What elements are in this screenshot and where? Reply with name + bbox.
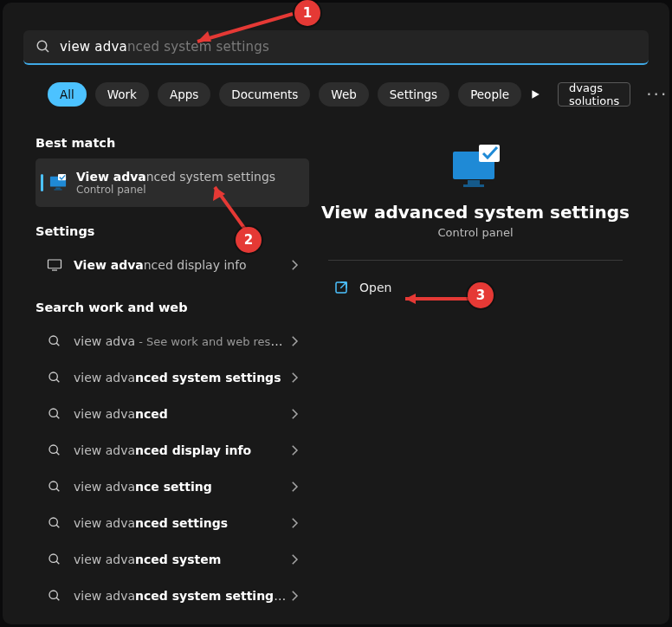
annotation-bubble-2: 2: [236, 227, 262, 253]
filter-chip-people[interactable]: People: [458, 82, 521, 107]
search-icon: [44, 443, 65, 457]
search-icon: [44, 516, 65, 530]
svg-rect-8: [48, 260, 61, 268]
search-icon: [44, 480, 65, 494]
chevron-right-icon: [287, 588, 302, 604]
filter-chip-all[interactable]: All: [48, 82, 87, 107]
monitor-icon: [48, 174, 68, 191]
filter-chip-apps[interactable]: Apps: [158, 82, 210, 107]
svg-point-18: [49, 482, 57, 489]
divider: [328, 260, 623, 261]
filter-scroll-right[interactable]: [530, 82, 540, 107]
svg-line-13: [56, 379, 59, 382]
chevron-right-icon: [287, 370, 302, 385]
app-icon-large: [449, 145, 501, 191]
detail-title: View advanced system settings: [314, 202, 636, 223]
annotation-bubble-3: 3: [468, 282, 494, 308]
open-icon: [333, 280, 349, 295]
svg-line-23: [56, 561, 59, 564]
display-icon: [44, 258, 65, 272]
svg-line-1: [45, 48, 48, 52]
search-icon: [44, 589, 65, 603]
web-result-text: view advanced system settings: [74, 371, 287, 385]
web-result[interactable]: view advanced display info: [36, 432, 309, 469]
detail-subtitle: Control panel: [314, 226, 636, 239]
web-result[interactable]: view advance setting: [36, 469, 309, 505]
svg-line-19: [56, 488, 59, 491]
filter-chip-settings[interactable]: Settings: [378, 82, 449, 107]
svg-marker-37: [405, 294, 416, 304]
annotation-arrow-3: [395, 293, 475, 305]
svg-marker-33: [197, 31, 211, 42]
web-result-text: view advanced settings: [74, 516, 287, 530]
profile-tag[interactable]: dvags solutions: [558, 82, 630, 107]
settings-header: Settings: [36, 224, 309, 238]
web-result[interactable]: view advanced settings: [36, 505, 309, 541]
svg-rect-28: [463, 184, 484, 187]
web-result-text: view advanced display info: [74, 443, 287, 457]
chevron-right-icon: [287, 406, 302, 422]
svg-line-15: [56, 416, 59, 418]
search-icon: [44, 407, 65, 421]
svg-line-17: [56, 452, 59, 455]
svg-point-22: [49, 554, 57, 562]
filter-chip-work[interactable]: Work: [95, 82, 149, 107]
chevron-right-icon: [287, 552, 302, 567]
chevron-right-icon: [287, 257, 302, 273]
svg-point-24: [49, 591, 57, 598]
search-icon: [44, 371, 65, 385]
svg-point-16: [49, 445, 57, 453]
svg-line-21: [56, 525, 59, 527]
filter-row: All Work Apps Documents Web Settings Peo…: [34, 81, 647, 108]
svg-line-31: [340, 282, 346, 288]
svg-rect-27: [468, 180, 480, 184]
web-result-text: view advanced system settings windows 11: [74, 589, 287, 603]
filter-chip-documents[interactable]: Documents: [219, 82, 310, 107]
web-result[interactable]: view advanced: [36, 396, 309, 432]
annotation-arrow-1: [182, 12, 303, 47]
annotation-bubble-1: 1: [294, 0, 320, 26]
body: Best match View advanced system settings…: [3, 119, 669, 624]
svg-rect-6: [54, 189, 61, 190]
work-web-header: Search work and web: [36, 301, 309, 314]
overflow-menu-button[interactable]: ···: [639, 82, 669, 107]
svg-line-32: [197, 14, 293, 42]
right-panel: View advanced system settings Control pa…: [314, 119, 669, 624]
svg-point-10: [49, 336, 57, 344]
svg-marker-3: [532, 90, 539, 99]
search-icon: [44, 553, 65, 566]
web-result[interactable]: view advanced system settings windows 11: [36, 578, 309, 614]
web-result[interactable]: view adva - See work and web results: [36, 323, 309, 359]
search-icon: [44, 334, 65, 348]
svg-point-20: [49, 518, 57, 526]
open-label: Open: [359, 281, 391, 294]
svg-point-0: [37, 41, 47, 50]
web-result[interactable]: view advanced system settings: [36, 359, 309, 396]
chevron-right-icon: [287, 333, 302, 349]
play-icon: [530, 89, 540, 100]
svg-line-11: [56, 343, 59, 346]
web-result-text: view advanced system: [74, 553, 287, 566]
svg-rect-5: [55, 187, 60, 189]
chevron-right-icon: [287, 515, 302, 531]
chevron-right-icon: [287, 443, 302, 458]
best-match-header: Best match: [36, 136, 309, 150]
web-result[interactable]: view advanced system: [36, 541, 309, 578]
search-typed: view adva: [60, 39, 127, 55]
search-icon: [36, 39, 51, 55]
svg-line-25: [56, 598, 59, 600]
svg-point-12: [49, 372, 57, 380]
svg-point-14: [49, 409, 57, 417]
web-result-text: view adva - See work and web results: [74, 334, 287, 348]
left-panel: Best match View advanced system settings…: [3, 119, 314, 624]
settings-result-text: View advanced display info: [74, 258, 287, 272]
chevron-right-icon: [287, 479, 302, 494]
selection-bar: [41, 174, 43, 191]
search-bar[interactable]: view advanced system settings: [23, 30, 649, 65]
web-result-text: view advance setting: [74, 480, 287, 494]
filter-chip-web[interactable]: Web: [319, 82, 368, 107]
web-result-text: view advanced: [74, 407, 287, 421]
settings-result[interactable]: View advanced display info: [36, 247, 309, 283]
best-match-result[interactable]: View advanced system settings Control pa…: [36, 158, 309, 207]
